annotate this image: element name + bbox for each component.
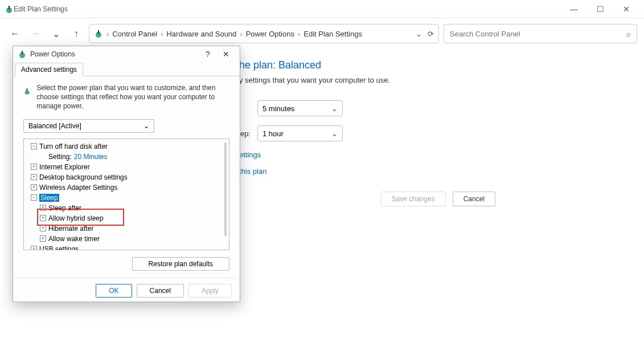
sleep-timeout-select[interactable]: 1 hour ⌄ [257, 125, 343, 141]
cancel-button[interactable]: Cancel [453, 192, 495, 206]
breadcrumb[interactable]: Edit Plan Settings [303, 30, 362, 38]
maximize-button[interactable]: ☐ [587, 0, 613, 18]
refresh-icon[interactable]: ⟳ [428, 30, 434, 38]
display-timeout-select[interactable]: 5 minutes ⌄ [257, 100, 343, 116]
recent-dropdown[interactable]: ⌄ [48, 26, 64, 42]
select-value: 5 minutes [262, 104, 294, 113]
breadcrumb[interactable]: Control Panel [112, 30, 157, 38]
highlight-annotation [37, 209, 124, 226]
dialog-titlebar: Power Options ? ✕ [13, 46, 240, 62]
collapse-icon[interactable]: − [31, 194, 37, 201]
tree-node[interactable]: Hibernate after [48, 225, 93, 233]
chevron-right-icon: › [161, 30, 163, 38]
select-value: Balanced [Active] [28, 122, 81, 130]
chevron-down-icon: ⌄ [143, 122, 149, 130]
tree-setting-label: Setting: [48, 153, 72, 161]
page-title: he plan: Balanced [239, 59, 633, 71]
tab-advanced-settings[interactable]: Advanced settings [15, 63, 83, 76]
tree-node[interactable]: Allow wake timer [48, 235, 100, 243]
tab-strip: Advanced settings [13, 62, 240, 76]
up-button[interactable]: ↑ [68, 26, 84, 42]
power-plan-icon [18, 50, 27, 59]
tree-node-sleep[interactable]: Sleep [39, 194, 59, 202]
expand-icon[interactable]: + [31, 246, 37, 250]
breadcrumb[interactable]: Hardware and Sound [166, 30, 236, 38]
tree-node[interactable]: Wireless Adapter Settings [39, 184, 117, 192]
expand-icon[interactable]: + [31, 164, 37, 170]
back-button[interactable]: ← [7, 26, 23, 42]
address-bar[interactable]: › Control Panel › Hardware and Sound › P… [89, 24, 439, 43]
expand-icon[interactable]: + [31, 174, 37, 180]
chevron-right-icon: › [298, 30, 300, 38]
nav-row: ← → ⌄ ↑ › Control Panel › Hardware and S… [0, 18, 644, 49]
power-plan-icon [5, 5, 14, 14]
tree-node[interactable]: Turn off hard disk after [39, 143, 108, 151]
chevron-down-icon[interactable]: ⌄ [416, 30, 422, 38]
expand-icon[interactable]: + [31, 184, 37, 190]
apply-button[interactable]: Apply [188, 284, 232, 298]
scrollbar[interactable] [224, 143, 227, 236]
chevron-down-icon: ⌄ [331, 129, 338, 138]
search-icon[interactable]: ⌕ [626, 30, 631, 38]
expand-icon[interactable]: + [40, 235, 46, 242]
advanced-settings-link[interactable]: ettings [239, 151, 633, 159]
collapse-icon[interactable]: − [31, 143, 37, 149]
breadcrumb[interactable]: Power Options [246, 30, 294, 38]
restore-defaults-link[interactable]: this plan [239, 167, 633, 176]
window-titlebar: Edit Plan Settings — ☐ ✕ [0, 0, 644, 18]
chevron-right-icon: › [240, 30, 242, 38]
cancel-button[interactable]: Cancel [137, 284, 184, 298]
dialog-title: Power Options [30, 50, 199, 58]
power-plan-icon [94, 29, 103, 38]
forward-button[interactable]: → [27, 26, 43, 42]
expand-icon[interactable]: + [40, 225, 46, 231]
save-changes-button[interactable]: Save changes [381, 192, 446, 206]
svg-rect-3 [98, 30, 99, 34]
page-description: y settings that you want your computer t… [239, 76, 633, 84]
svg-rect-1 [9, 6, 10, 9]
minimize-button[interactable]: — [561, 0, 587, 18]
power-plan-large-icon [23, 83, 31, 99]
svg-rect-5 [22, 51, 23, 54]
tree-setting-value[interactable]: 20 Minutes [74, 153, 108, 161]
restore-defaults-button[interactable]: Restore plan defaults [132, 257, 229, 271]
tree-node[interactable]: Internet Explorer [39, 163, 90, 171]
settings-tree[interactable]: −Turn off hard disk after Setting:20 Min… [23, 139, 229, 250]
tree-node[interactable]: Desktop background settings [39, 173, 128, 181]
dialog-intro-text: Select the power plan that you want to c… [36, 83, 229, 111]
select-value: 1 hour [262, 129, 284, 138]
search-box[interactable]: ⌕ [444, 24, 637, 43]
plan-select[interactable]: Balanced [Active] ⌄ [23, 119, 154, 133]
dialog-close-button[interactable]: ✕ [217, 46, 235, 62]
close-button[interactable]: ✕ [613, 0, 639, 18]
power-options-dialog: Power Options ? ✕ Advanced settings Sele… [13, 46, 240, 302]
window-title: Edit Plan Settings [14, 5, 561, 13]
help-button[interactable]: ? [199, 46, 217, 62]
chevron-down-icon: ⌄ [331, 104, 338, 113]
chevron-right-icon: › [106, 30, 109, 38]
svg-rect-7 [27, 88, 28, 92]
tree-node[interactable]: USB settings [39, 245, 79, 250]
ok-button[interactable]: OK [96, 284, 132, 298]
search-input[interactable] [450, 30, 626, 38]
